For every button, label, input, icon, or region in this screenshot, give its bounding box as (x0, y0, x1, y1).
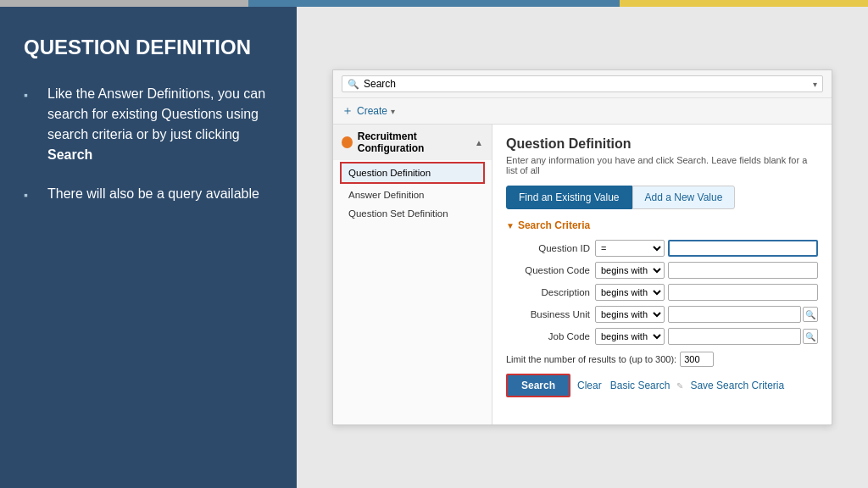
question-code-input[interactable] (668, 262, 818, 279)
create-button[interactable]: ＋ Create (342, 103, 387, 119)
search-bold: Search (47, 147, 92, 162)
field-row-question-code: Question Code begins with = contains (506, 262, 818, 279)
limit-label: Limit the number of results to (up to 30… (506, 354, 676, 364)
sidebar-item-question-definition[interactable]: Question Definition (340, 162, 485, 184)
tab-add-label: Add a New Value (645, 191, 723, 203)
action-row: Search Clear Basic Search ✎ Save Search … (506, 374, 818, 397)
ps-left-nav: Recruitment Configuration ▲ Question Def… (333, 125, 492, 424)
question-id-input[interactable] (668, 240, 818, 257)
business-unit-label: Business Unit (506, 309, 595, 319)
circle-icon (342, 136, 353, 148)
bullet-icon: ▪ (24, 86, 39, 104)
ps-tabs: Find an Existing Value Add a New Value (506, 186, 818, 209)
limit-input[interactable] (680, 352, 714, 367)
description-input[interactable] (668, 284, 818, 301)
bullet-text-2: There will also be a query available (47, 184, 273, 204)
create-chevron-icon: ▾ (391, 107, 395, 116)
save-search-criteria-button[interactable]: Save Search Criteria (688, 380, 786, 391)
create-nav-row: ＋ Create ▾ (333, 98, 832, 124)
tab-add-new[interactable]: Add a New Value (632, 186, 736, 209)
field-row-description: Description begins with = contains (506, 284, 818, 301)
triangle-icon: ▼ (506, 221, 515, 230)
ps-nav: 🔍 ▾ ＋ Create ▾ (333, 70, 832, 125)
question-id-label: Question ID (506, 243, 595, 253)
tab-find-existing[interactable]: Find an Existing Value (506, 186, 632, 209)
description-operator[interactable]: begins with = contains (595, 284, 665, 301)
question-code-operator[interactable]: begins with = contains (595, 262, 665, 279)
tab-find-label: Find an Existing Value (519, 191, 620, 203)
list-item: ▪ There will also be a query available (24, 184, 273, 204)
top-bar-yellow (620, 0, 868, 7)
top-bars (0, 0, 868, 7)
nav-search-input[interactable] (364, 78, 813, 90)
field-row-job-code: Job Code begins with = contains 🔍 (506, 328, 818, 345)
bullet-icon-2: ▪ (24, 186, 39, 204)
search-icon: 🔍 (348, 79, 359, 90)
description-label: Description (506, 287, 595, 297)
field-row-question-id: Question ID = begins with contains (506, 240, 818, 257)
job-code-search-button[interactable]: 🔍 (803, 329, 818, 344)
page-title: QUESTION DEFINITION (24, 34, 273, 60)
sidebar-item-answer-definition[interactable]: Answer Definition (333, 186, 492, 204)
top-bar-blue (248, 0, 620, 7)
sidebar-parent-label: Recruitment Configuration (358, 130, 475, 154)
field-row-business-unit: Business Unit begins with = contains 🔍 (506, 306, 818, 323)
clear-button[interactable]: Clear (576, 380, 604, 391)
question-id-operator[interactable]: = begins with contains (595, 240, 665, 257)
left-panel: QUESTION DEFINITION ▪ Like the Answer De… (0, 7, 297, 488)
search-button[interactable]: Search (506, 374, 570, 397)
list-item: ▪ Like the Answer Definitions, you can s… (24, 84, 273, 165)
business-unit-search-button[interactable]: 🔍 (803, 307, 818, 322)
job-code-input[interactable] (668, 328, 801, 345)
plus-icon: ＋ (342, 103, 353, 119)
sidebar-sub-label: Question Definition (348, 168, 431, 178)
ps-main: Recruitment Configuration ▲ Question Def… (333, 125, 832, 424)
ps-window: 🔍 ▾ ＋ Create ▾ (332, 69, 832, 425)
bullet-list: ▪ Like the Answer Definitions, you can s… (24, 84, 273, 204)
main-content: QUESTION DEFINITION ▪ Like the Answer De… (0, 7, 868, 488)
bullet-text-1: Like the Answer Definitions, you can sea… (47, 84, 273, 165)
job-code-operator[interactable]: begins with = contains (595, 328, 665, 345)
sidebar-sub2-label: Answer Definition (348, 190, 424, 200)
search-criteria-label: Search Criteria (518, 219, 590, 231)
search-criteria-header: ▼ Search Criteria (506, 219, 818, 231)
question-code-label: Question Code (506, 265, 595, 275)
nav-search-box[interactable]: 🔍 ▾ (342, 75, 823, 92)
business-unit-operator[interactable]: begins with = contains (595, 306, 665, 323)
chevron-down-icon: ▾ (813, 80, 817, 89)
create-label: Create (357, 105, 387, 117)
limit-row: Limit the number of results to (up to 30… (506, 352, 818, 367)
sidebar-sub3-label: Question Set Definition (348, 208, 448, 219)
basic-search-button[interactable]: Basic Search (609, 380, 672, 391)
ps-page-title: Question Definition (506, 136, 818, 152)
top-bar-gray (0, 0, 248, 7)
job-code-label: Job Code (506, 331, 595, 341)
ps-right-content: Question Definition Enter any informatio… (492, 125, 832, 424)
divider: ✎ (676, 381, 683, 391)
ps-page-desc: Enter any information you have and click… (506, 155, 818, 175)
right-panel: 🔍 ▾ ＋ Create ▾ (297, 7, 868, 488)
sidebar-item-question-set-definition[interactable]: Question Set Definition (333, 204, 492, 223)
business-unit-input[interactable] (668, 306, 801, 323)
sidebar-item-recruitment-config[interactable]: Recruitment Configuration ▲ (333, 125, 492, 160)
chevron-up-icon: ▲ (475, 138, 483, 147)
search-nav-row: 🔍 ▾ (333, 70, 832, 98)
